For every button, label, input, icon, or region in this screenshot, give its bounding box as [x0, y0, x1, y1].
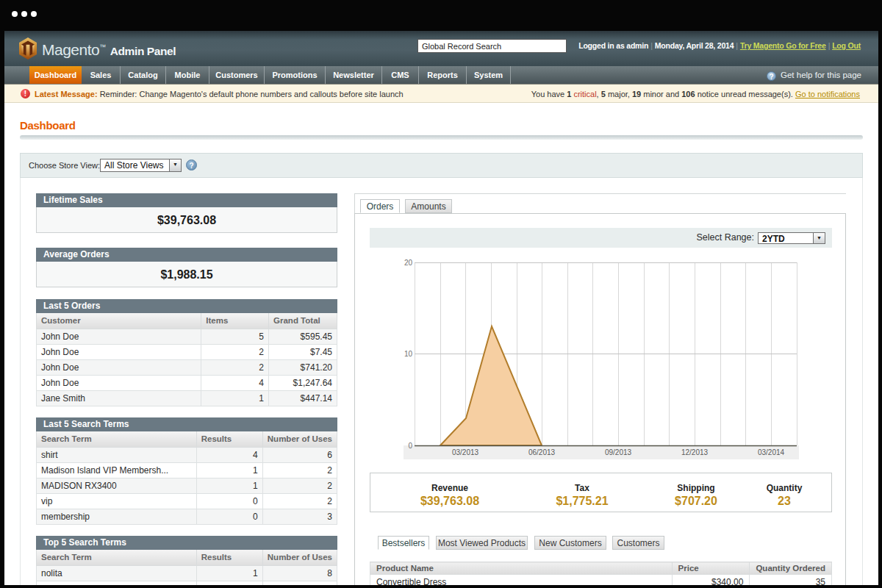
svg-text:0: 0 — [408, 442, 412, 450]
svg-text:03/2013: 03/2013 — [452, 448, 479, 456]
svg-text:06/2013: 06/2013 — [528, 448, 556, 456]
svg-text:09/2013: 09/2013 — [605, 448, 632, 456]
svg-text:03/2014: 03/2014 — [758, 448, 785, 456]
svg-text:20: 20 — [404, 259, 413, 267]
svg-text:12/2013: 12/2013 — [681, 448, 709, 456]
svg-text:10: 10 — [404, 350, 413, 358]
